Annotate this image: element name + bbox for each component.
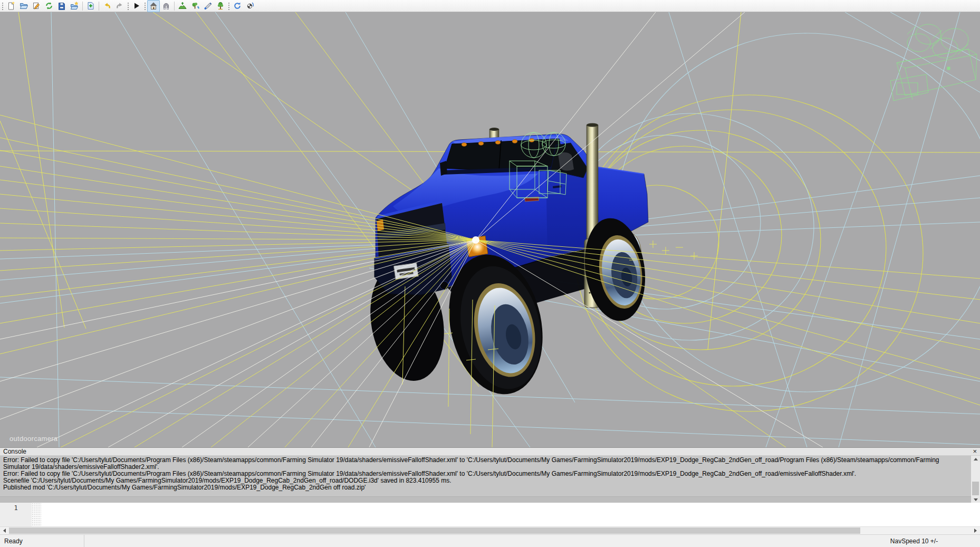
console-header: Console × bbox=[0, 448, 980, 456]
play-button[interactable] bbox=[130, 0, 143, 12]
tree-place-button[interactable] bbox=[214, 0, 227, 12]
toolbar-grip[interactable] bbox=[227, 2, 230, 11]
console-output[interactable]: Error: Failed to copy file 'C:/Users/tyl… bbox=[0, 456, 971, 496]
terrain-brush-button[interactable] bbox=[201, 0, 214, 12]
foliage-paint-icon bbox=[191, 2, 199, 10]
save-button[interactable] bbox=[55, 0, 68, 12]
tree-icon bbox=[216, 2, 225, 10]
foliage-paint-button[interactable] bbox=[189, 0, 201, 12]
edit-file-button[interactable] bbox=[30, 0, 43, 12]
play-icon bbox=[132, 2, 141, 10]
open-file-button[interactable] bbox=[17, 0, 30, 12]
chevron-up-icon bbox=[974, 458, 978, 460]
new-file-button[interactable] bbox=[5, 0, 17, 12]
redo-button[interactable] bbox=[113, 0, 126, 12]
console-close-button[interactable]: × bbox=[973, 448, 977, 455]
line-number: 1 bbox=[14, 504, 17, 512]
toolbar-grip[interactable] bbox=[127, 2, 130, 11]
camera-name-label: outdoorcamera bbox=[9, 435, 57, 443]
chevron-right-icon bbox=[974, 529, 977, 533]
terrain-raise-icon bbox=[178, 2, 187, 10]
sync-button[interactable] bbox=[43, 0, 55, 12]
console-title: Console bbox=[3, 448, 26, 455]
mirror bbox=[440, 161, 447, 176]
chevron-down-icon bbox=[974, 498, 978, 501]
toolbar-separator bbox=[82, 2, 83, 11]
redo-icon bbox=[116, 2, 124, 10]
new-file-icon bbox=[7, 2, 15, 10]
fold-margin bbox=[32, 503, 41, 526]
reload-button[interactable] bbox=[231, 0, 244, 12]
reload-icon bbox=[233, 2, 242, 10]
scroll-thumb[interactable] bbox=[9, 527, 860, 534]
brush-icon bbox=[204, 2, 212, 10]
toolbar-grip[interactable] bbox=[1, 2, 4, 11]
viewport-scene bbox=[0, 12, 980, 447]
script-editor: 1 bbox=[0, 503, 980, 526]
home-reset-camera-button[interactable] bbox=[147, 0, 160, 12]
scroll-thumb[interactable] bbox=[972, 482, 979, 495]
console-message: Published mod 'C:/Users/tylut/Documents/… bbox=[3, 484, 966, 491]
export-mod-button[interactable] bbox=[68, 0, 81, 12]
toolbar-grip[interactable] bbox=[143, 2, 147, 11]
viewport-3d[interactable]: outdoorcamera bbox=[0, 12, 980, 447]
home-icon bbox=[149, 2, 158, 10]
console-horizontal-scrollbar[interactable] bbox=[0, 496, 971, 503]
scroll-left-button[interactable] bbox=[0, 527, 9, 534]
chevron-left-icon bbox=[3, 529, 6, 533]
sync-icon bbox=[45, 2, 53, 10]
magnet-snap-button[interactable] bbox=[160, 0, 172, 12]
save-floppy-icon bbox=[57, 2, 66, 10]
line-number-gutter: 1 bbox=[0, 503, 32, 526]
console-vertical-scrollbar[interactable] bbox=[971, 456, 980, 503]
edit-page-icon bbox=[32, 2, 41, 10]
reload-textures-button[interactable] bbox=[244, 0, 256, 12]
scroll-up-button[interactable] bbox=[971, 456, 980, 462]
export-folder-star-icon bbox=[70, 2, 79, 10]
status-message: Ready bbox=[0, 535, 84, 547]
scroll-down-button[interactable] bbox=[971, 496, 980, 503]
undo-icon bbox=[103, 2, 111, 10]
editor-horizontal-scrollbar[interactable] bbox=[0, 526, 980, 534]
import-page-plus-icon bbox=[87, 2, 95, 10]
terrain-raise-button[interactable] bbox=[176, 0, 189, 12]
console-panel: Console × Error: Failed to copy file 'C:… bbox=[0, 447, 980, 503]
magnet-icon bbox=[162, 2, 170, 10]
reload-textures-icon bbox=[246, 2, 254, 10]
script-input-area[interactable] bbox=[41, 503, 980, 526]
import-add-button[interactable] bbox=[84, 0, 97, 12]
truck-model bbox=[362, 123, 652, 403]
open-folder-icon bbox=[20, 2, 28, 10]
toolbar bbox=[0, 0, 980, 12]
giants-editor-window: outdoorcamera Console × Error: Failed to… bbox=[0, 0, 980, 547]
scroll-right-button[interactable] bbox=[971, 527, 980, 534]
status-bar: Ready NavSpeed 10 +/- bbox=[0, 534, 980, 547]
toolbar-separator bbox=[99, 2, 99, 11]
nav-speed-indicator: NavSpeed 10 +/- bbox=[848, 538, 980, 545]
undo-button[interactable] bbox=[101, 0, 113, 12]
toolbar-separator bbox=[174, 2, 175, 11]
console-message: Error: Failed to copy file 'C:/Users/tyl… bbox=[3, 457, 966, 471]
